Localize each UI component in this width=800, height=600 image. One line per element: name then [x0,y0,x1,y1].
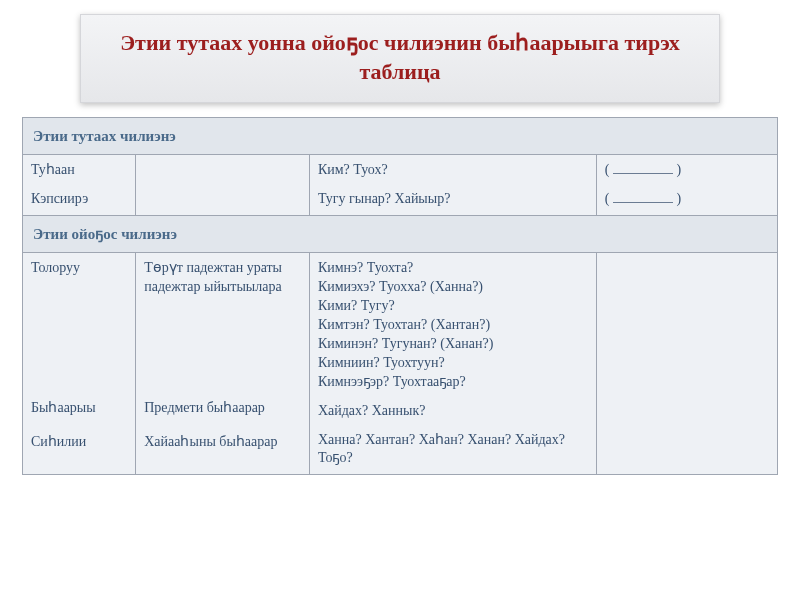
s1-c4a: ( ) [605,161,769,180]
s2-c3b: Хайдах? Ханнык? [318,402,588,421]
section2-row: Толоруу Быһаарыы Сиһилии Төрүт падежтан … [23,253,778,475]
s2-c1c: Сиһилии [31,433,127,452]
s2-col1: Толоруу Быһаарыы Сиһилии [23,253,136,475]
title-box: Этии тутаах уонна ойоҕос чилиэнин быһаар… [80,14,720,103]
s1-c1b: Кэпсиирэ [31,190,127,209]
s2-c3-l7: Кимнээҕэр? Туохтааҕар? [318,373,588,392]
s2-c3-l4: Кимтэн? Туохтан? (Хантан?) [318,316,588,335]
s2-col4-empty [596,253,777,475]
s1-col1: Туһаан Кэпсиирэ [23,155,136,216]
section1-header: Этии тутаах чилиэнэ [23,118,778,155]
slide-container: Этии тутаах уонна ойоҕос чилиэнин быһаар… [0,0,800,600]
s2-c3c: Ханна? Хантан? Хаһан? Ханан? Хайдах? Тоҕ… [318,431,588,469]
s1-c3b: Тугу гынар? Хайыыр? [318,190,588,209]
s2-col3: Кимнэ? Туохта? Кимиэхэ? Туохха? (Ханна?)… [309,253,596,475]
paren-close: ) [676,191,681,206]
s2-c1a: Толоруу [31,259,127,399]
s1-c1a: Туһаан [31,161,127,180]
s2-c2c: Хайааһыны быһаарар [144,433,301,452]
s2-c3-l3: Кими? Тугу? [318,297,588,316]
blank-line [613,163,673,174]
s2-c2a: Төрүт падежтан ураты падежтар ыйытыылара [144,259,301,399]
s2-col2: Төрүт падежтан ураты падежтар ыйытыылара… [136,253,310,475]
s1-col3: Ким? Туох? Тугу гынар? Хайыыр? [309,155,596,216]
blank-line [613,192,673,203]
section1-row: Туһаан Кэпсиирэ Ким? Туох? Тугу гынар? Х… [23,155,778,216]
slide-title: Этии тутаах уонна ойоҕос чилиэнин быһаар… [120,30,680,84]
s2-c3-l2: Кимиэхэ? Туохха? (Ханна?) [318,278,588,297]
paren-close: ) [676,162,681,177]
s1-c4b: ( ) [605,190,769,209]
s2-c1b: Быһаарыы [31,399,127,433]
s2-c3-l5: Киминэн? Тугунан? (Ханан?) [318,335,588,354]
s2-c2b: Предмети быһаарар [144,399,301,433]
section2-header: Этии ойоҕос чилиэнэ [23,216,778,253]
section2-header-row: Этии ойоҕос чилиэнэ [23,216,778,253]
s1-col4: ( ) ( ) [596,155,777,216]
s1-col2-empty [136,155,310,216]
paren-open: ( [605,162,610,177]
paren-open: ( [605,191,610,206]
s1-c3a: Ким? Туох? [318,161,588,180]
s2-c3-l1: Кимнэ? Туохта? [318,259,588,278]
main-table: Этии тутаах чилиэнэ Туһаан Кэпсиирэ Ким?… [22,117,778,475]
section1-header-row: Этии тутаах чилиэнэ [23,118,778,155]
s2-c3-l6: Кимниин? Туохтуун? [318,354,588,373]
